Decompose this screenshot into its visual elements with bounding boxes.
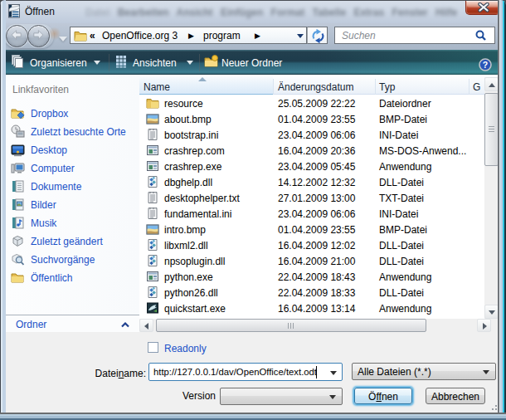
svg-text:?: ? <box>483 60 488 70</box>
